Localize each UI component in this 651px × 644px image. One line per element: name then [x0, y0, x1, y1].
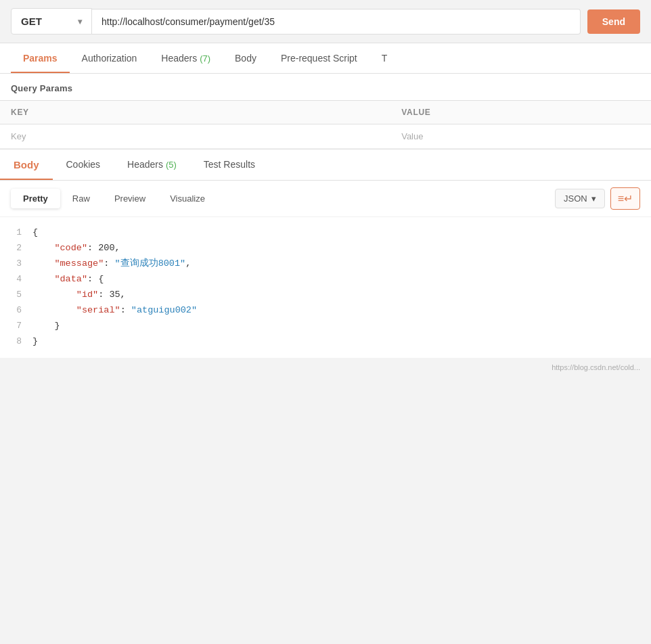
- query-params-section: Query Params KEY VALUE Key Value: [0, 74, 651, 149]
- table-row: Key Value: [0, 124, 651, 149]
- format-select[interactable]: JSON ▾: [555, 189, 605, 208]
- resp-tab-body[interactable]: Body: [0, 150, 53, 180]
- resp-tab-headers[interactable]: Headers (5): [114, 150, 190, 180]
- line-number: 4: [5, 272, 32, 287]
- line-content: "serial": "atguigu002": [32, 303, 646, 319]
- line-content: "code": 200,: [32, 241, 646, 256]
- chevron-down-icon: ▾: [78, 17, 82, 26]
- response-tabs: Body Cookies Headers (5) Test Results: [0, 150, 651, 181]
- json-line: 5 "id": 35,: [0, 288, 651, 303]
- value-placeholder[interactable]: Value: [390, 124, 651, 149]
- resp-headers-badge: (5): [166, 160, 177, 170]
- view-bar: Pretty Raw Preview Visualize JSON ▾ ≡↵: [0, 181, 651, 217]
- json-line: 2 "code": 200,: [0, 241, 651, 256]
- value-column-header: VALUE: [390, 101, 651, 124]
- format-label: JSON: [564, 193, 587, 204]
- tab-headers[interactable]: Headers (7): [149, 43, 223, 73]
- wrap-button[interactable]: ≡↵: [610, 187, 640, 210]
- line-content: }: [32, 334, 646, 350]
- json-line: 1{: [0, 225, 651, 241]
- key-placeholder[interactable]: Key: [0, 124, 390, 149]
- json-viewer: 1{2 "code": 200,3 "message": "查询成功8001",…: [0, 217, 651, 358]
- line-number: 8: [5, 334, 32, 349]
- json-line: 7 }: [0, 319, 651, 334]
- tab-body[interactable]: Body: [223, 43, 269, 73]
- resp-tab-cookies[interactable]: Cookies: [53, 150, 114, 180]
- method-select[interactable]: GET ▾: [11, 8, 92, 34]
- params-table: KEY VALUE Key Value: [0, 100, 651, 149]
- line-number: 7: [5, 319, 32, 334]
- tab-params[interactable]: Params: [11, 43, 70, 73]
- method-label: GET: [21, 16, 42, 27]
- view-tab-preview[interactable]: Preview: [102, 189, 158, 208]
- format-chevron-icon: ▾: [591, 193, 596, 204]
- line-number: 6: [5, 303, 32, 318]
- view-tab-visualize[interactable]: Visualize: [158, 189, 217, 208]
- tab-authorization[interactable]: Authorization: [70, 43, 150, 73]
- query-params-label: Query Params: [0, 74, 651, 100]
- json-line: 8}: [0, 334, 651, 350]
- line-content: "id": 35,: [32, 288, 646, 303]
- key-column-header: KEY: [0, 101, 390, 124]
- view-tab-raw[interactable]: Raw: [60, 189, 102, 208]
- line-content: {: [32, 225, 646, 241]
- view-right-controls: JSON ▾ ≡↵: [555, 187, 640, 210]
- footer: https://blog.csdn.net/cold...: [0, 358, 651, 377]
- tab-pre-request[interactable]: Pre-request Script: [269, 43, 369, 73]
- json-line: 3 "message": "查询成功8001",: [0, 256, 651, 272]
- request-tabs: Params Authorization Headers (7) Body Pr…: [0, 43, 651, 74]
- headers-badge: (7): [200, 53, 210, 64]
- line-number: 3: [5, 256, 32, 271]
- line-content: }: [32, 319, 646, 334]
- line-number: 2: [5, 241, 32, 256]
- tab-tests[interactable]: T: [369, 43, 400, 73]
- send-button[interactable]: Send: [587, 9, 640, 34]
- json-line: 6 "serial": "atguigu002": [0, 303, 651, 319]
- footer-link-text: https://blog.csdn.net/cold...: [552, 363, 640, 371]
- url-input[interactable]: [92, 9, 581, 34]
- wrap-icon: ≡↵: [618, 192, 633, 205]
- resp-tab-test-results[interactable]: Test Results: [190, 150, 269, 180]
- line-number: 1: [5, 225, 32, 240]
- line-content: "data": {: [32, 272, 646, 288]
- view-tab-pretty[interactable]: Pretty: [11, 189, 60, 208]
- json-line: 4 "data": {: [0, 272, 651, 288]
- line-number: 5: [5, 288, 32, 302]
- line-content: "message": "查询成功8001",: [32, 256, 646, 272]
- top-bar: GET ▾ Send: [0, 0, 651, 43]
